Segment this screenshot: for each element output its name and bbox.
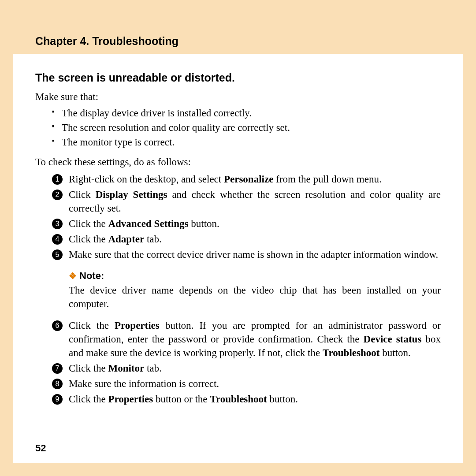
step-item: 4 Click the Adapter tab. <box>52 232 441 246</box>
document-page: Chapter 4. Troubleshooting The screen is… <box>13 18 463 463</box>
step-item: 6 Click the Properties button. If you ar… <box>52 319 441 360</box>
step-item: 8 Make sure the information is correct. <box>52 377 441 390</box>
chapter-title: Chapter 4. Troubleshooting <box>35 35 178 48</box>
step-item: 5 Make sure that the correct device driv… <box>52 248 441 311</box>
list-item: The screen resolution and color quality … <box>52 121 441 134</box>
step-item: 7 Click the Monitor tab. <box>52 361 441 375</box>
step-text: Right-click on the desktop, and select P… <box>69 174 382 185</box>
intro-text: Make sure that: <box>35 90 441 104</box>
step-text: Click the Adapter tab. <box>69 234 162 245</box>
note-icon: ❖ <box>69 271 77 281</box>
step-text: Click the Advanced Settings button. <box>69 218 219 229</box>
step-item: 2 Click Display Settings and check wheth… <box>52 188 441 215</box>
list-item: The monitor type is correct. <box>52 135 441 149</box>
chapter-header: Chapter 4. Troubleshooting <box>13 18 463 54</box>
step-number-icon: 8 <box>52 379 63 389</box>
step-number-icon: 6 <box>52 320 63 331</box>
step-number-icon: 7 <box>52 363 63 374</box>
section-title: The screen is unreadable or distorted. <box>35 71 441 86</box>
lead-text: To check these settings, do as follows: <box>35 155 441 169</box>
step-text: Make sure the information is correct. <box>69 378 219 389</box>
steps-list-continued: 6 Click the Properties button. If you ar… <box>35 319 441 406</box>
step-text: Make sure that the correct device driver… <box>69 249 438 260</box>
step-text: Click Display Settings and check whether… <box>69 189 441 214</box>
note-heading: ❖Note: <box>69 269 441 283</box>
steps-list: 1 Right-click on the desktop, and select… <box>35 172 441 311</box>
step-text: Click the Monitor tab. <box>69 363 162 374</box>
step-number-icon: 5 <box>52 249 63 260</box>
step-number-icon: 1 <box>52 174 63 185</box>
step-number-icon: 2 <box>52 190 63 200</box>
note-block: ❖Note: The device driver name depends on… <box>69 269 441 311</box>
note-body: The device driver name depends on the vi… <box>69 283 441 311</box>
check-bullet-list: The display device driver is installed c… <box>35 106 441 149</box>
content-area: The screen is unreadable or distorted. M… <box>13 54 463 408</box>
step-number-icon: 9 <box>52 394 63 405</box>
step-text: Click the Properties button. If you are … <box>69 320 441 358</box>
list-item: The display device driver is installed c… <box>52 106 441 120</box>
page-number: 52 <box>35 443 46 454</box>
step-item: 3 Click the Advanced Settings button. <box>52 217 441 231</box>
step-item: 1 Right-click on the desktop, and select… <box>52 172 441 186</box>
step-number-icon: 3 <box>52 219 63 229</box>
note-label: Note: <box>79 270 104 281</box>
step-text: Click the Properties button or the Troub… <box>69 394 298 405</box>
step-number-icon: 4 <box>52 234 63 245</box>
step-item: 9 Click the Properties button or the Tro… <box>52 392 441 406</box>
